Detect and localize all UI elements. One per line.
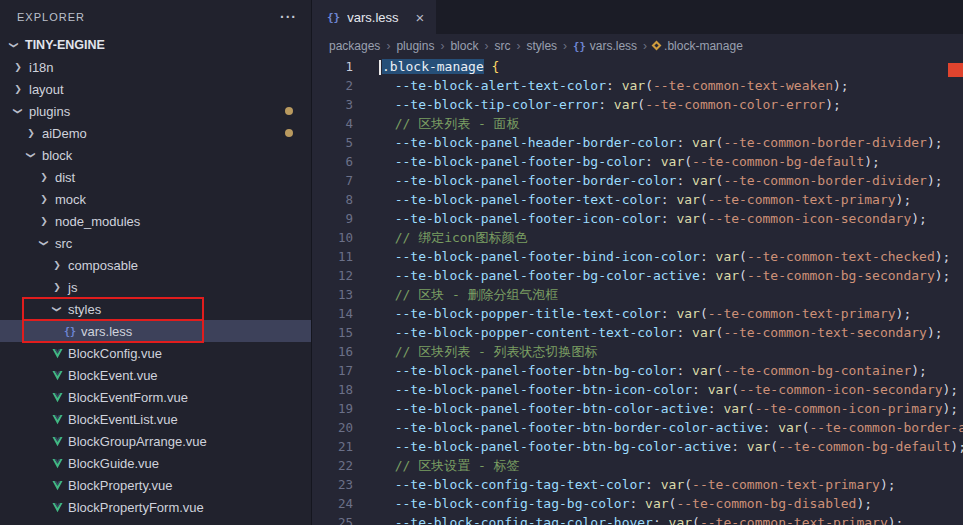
property-token: --te-block-panel-footer-btn-bg-color [379,363,676,378]
explorer-item-label: BlockPropertyList.vue [68,522,194,525]
code-line[interactable]: 6 --te-block-panel-footer-bg-color: var(… [312,152,963,171]
code-line[interactable]: 24 --te-block-config-tag-bg-color: var(-… [312,494,963,513]
line-number: 25 [312,513,353,525]
explorer-item-label: BlockConfig.vue [68,346,162,361]
code-line[interactable]: 22 // 区块设置 - 标签 [312,456,963,475]
less-icon: {} [62,326,78,337]
code-line-text: --te-block-config-tag-color-hover: var(-… [353,513,903,525]
vue-icon [49,414,65,425]
code-line[interactable]: 23 --te-block-config-tag-text-color: var… [312,475,963,494]
explorer-item-blockproperty-vue[interactable]: BlockProperty.vue [0,474,311,496]
var-function-token: var [661,154,684,169]
code-line[interactable]: 17 --te-block-panel-footer-btn-bg-color:… [312,361,963,380]
explorer-item-blockguide-vue[interactable]: BlockGuide.vue [0,452,311,474]
explorer-item-styles[interactable]: ❯styles [0,298,311,320]
explorer-item-plugins[interactable]: ❯plugins [0,100,311,122]
code-line[interactable]: 4 // 区块列表 - 面板 [312,114,963,133]
var-argument-token: --te-common-text-checked [747,249,935,264]
code-line[interactable]: 15 --te-block-popper-content-text-color:… [312,323,963,342]
explorer-item-node-modules[interactable]: ❯node_modules [0,210,311,232]
text-cursor [379,60,381,75]
var-argument-token: --te-common-text-primary [708,306,896,321]
explorer-item-blockpropertyform-vue[interactable]: BlockPropertyForm.vue [0,496,311,518]
property-token: --te-block-config-tag-text-color [379,477,645,492]
breadcrumb-item-block-manage[interactable]: .block-manage [653,39,743,53]
explorer-item-blockeventform-vue[interactable]: BlockEventForm.vue [0,386,311,408]
line-number: 3 [312,95,353,114]
explorer-item-src[interactable]: ❯src [0,232,311,254]
code-line[interactable]: 16 // 区块列表 - 列表状态切换图标 [312,342,963,361]
code-line[interactable]: 1.block-manage { [312,57,963,76]
code-line[interactable]: 19 --te-block-panel-footer-btn-color-act… [312,399,963,418]
close-icon[interactable]: × [416,10,425,25]
breadcrumb-item-vars-less[interactable]: {}vars.less [573,39,637,53]
code-line[interactable]: 7 --te-block-panel-footer-border-color: … [312,171,963,190]
code-line-text: --te-block-panel-footer-bg-color: var(--… [353,152,880,171]
explorer-item-label: BlockEvent.vue [68,368,158,383]
explorer-item-vars-less[interactable]: {}vars.less [0,320,311,342]
editor-area: {} vars.less × packages›plugins›block›sr… [311,0,963,525]
explorer-item-blockpropertylist-vue[interactable]: BlockPropertyList.vue [0,518,311,525]
line-number: 2 [312,76,353,95]
explorer-item-blockevent-vue[interactable]: BlockEvent.vue [0,364,311,386]
explorer-tree: ❯i18n❯layout❯plugins❯aiDemo❯block❯dist❯m… [0,56,311,525]
explorer-item-blockgrouparrange-vue[interactable]: BlockGroupArrange.vue [0,430,311,452]
explorer-item-layout[interactable]: ❯layout [0,78,311,100]
code-line[interactable]: 8 --te-block-panel-footer-text-color: va… [312,190,963,209]
explorer-item-i18n[interactable]: ❯i18n [0,56,311,78]
breadcrumb-item-plugins[interactable]: plugins [396,39,434,53]
explorer-item-blockeventlist-vue[interactable]: BlockEventList.vue [0,408,311,430]
code-line[interactable]: 9 --te-block-panel-footer-icon-color: va… [312,209,963,228]
code-line[interactable]: 21 --te-block-panel-footer-btn-bg-color-… [312,437,963,456]
explorer-item-label: mock [55,192,86,207]
var-argument-token: --te-common-border-divider [723,173,927,188]
code-line[interactable]: 20 --te-block-panel-footer-btn-border-co… [312,418,963,437]
explorer-item-js[interactable]: ❯js [0,276,311,298]
var-function-token: var [708,382,731,397]
breadcrumb-item-src[interactable]: src [494,39,510,53]
code-line[interactable]: 25 --te-block-config-tag-color-hover: va… [312,513,963,525]
breadcrumb-item-styles[interactable]: styles [526,39,557,53]
code-line[interactable]: 10 // 绑定icon图标颜色 [312,228,963,247]
code-line[interactable]: 5 --te-block-panel-header-border-color: … [312,133,963,152]
var-argument-token: --te-common-text-primary [700,515,888,525]
code-lines: 1.block-manage {2 --te-block-alert-text-… [312,57,963,525]
var-function-token: var [692,325,715,340]
code-editor[interactable]: 1.block-manage {2 --te-block-alert-text-… [312,57,963,525]
tab-vars-less[interactable]: {} vars.less × [312,0,436,34]
explorer-item-block[interactable]: ❯block [0,144,311,166]
explorer-item-label: composable [68,258,138,273]
var-argument-token: --te-common-color-error [645,97,825,112]
code-line-text: --te-block-panel-header-border-color: va… [353,133,943,152]
var-function-token: var [645,496,668,511]
code-line-text: --te-block-panel-footer-btn-icon-color: … [353,380,958,399]
code-line[interactable]: 13 // 区块 - 删除分组气泡框 [312,285,963,304]
explorer-item-mock[interactable]: ❯mock [0,188,311,210]
breadcrumb-item-packages[interactable]: packages [329,39,380,53]
explorer-item-aidemo[interactable]: ❯aiDemo [0,122,311,144]
code-line[interactable]: 11 --te-block-panel-footer-bind-icon-col… [312,247,963,266]
property-token: --te-block-popper-title-text-color [379,306,661,321]
breadcrumb-item-block[interactable]: block [450,39,478,53]
explorer-item-blockconfig-vue[interactable]: BlockConfig.vue [0,342,311,364]
line-number: 9 [312,209,353,228]
explorer-item-label: plugins [29,104,70,119]
property-token: --te-block-config-tag-color-hover [379,515,653,525]
property-token: --te-block-popper-content-text-color [379,325,676,340]
chevron-down-icon: ❯ [52,301,62,317]
code-line[interactable]: 3 --te-block-tip-color-error: var(--te-c… [312,95,963,114]
explorer-root-folder[interactable]: ❯ TINY-ENGINE [0,34,311,56]
code-line[interactable]: 14 --te-block-popper-title-text-color: v… [312,304,963,323]
explorer-item-dist[interactable]: ❯dist [0,166,311,188]
breadcrumb-label: packages [329,39,380,53]
code-line[interactable]: 18 --te-block-panel-footer-btn-icon-colo… [312,380,963,399]
line-number: 17 [312,361,353,380]
more-actions-icon[interactable]: ··· [280,9,297,25]
code-line[interactable]: 12 --te-block-panel-footer-bg-color-acti… [312,266,963,285]
code-line-text: .block-manage { [353,57,499,76]
explorer-item-composable[interactable]: ❯composable [0,254,311,276]
var-argument-token: --te-common-bg-secondary [747,268,935,283]
line-number: 15 [312,323,353,342]
code-line[interactable]: 2 --te-block-alert-text-color: var(--te-… [312,76,963,95]
property-token: --te-block-panel-footer-border-color [379,173,676,188]
